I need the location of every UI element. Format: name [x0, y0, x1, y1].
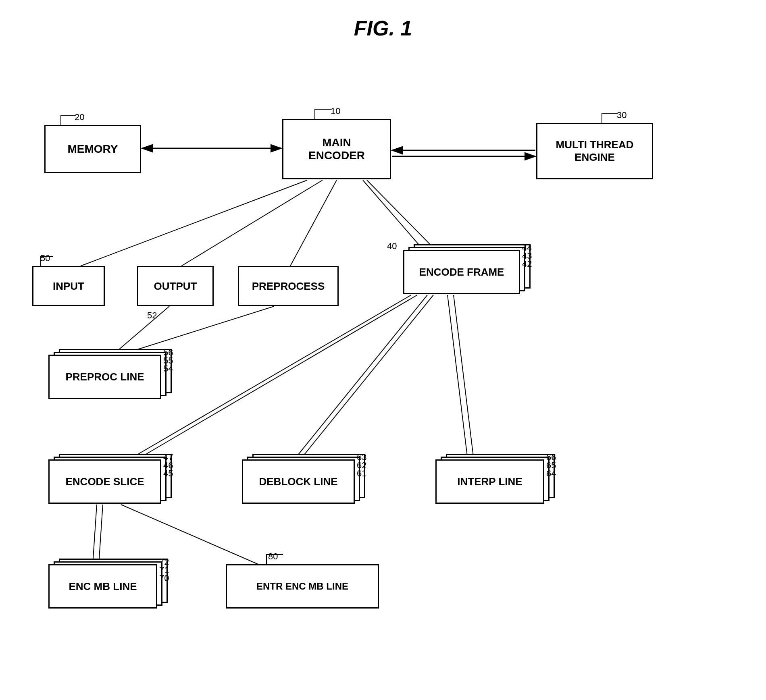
- ref-40: 40: [387, 241, 397, 251]
- svg-line-14: [294, 295, 427, 459]
- preproc-line-box: PREPROC LINE: [48, 355, 161, 399]
- preprocess-label: PREPROCESS: [252, 280, 325, 293]
- svg-line-17: [454, 295, 474, 459]
- preprocess-box: PREPROCESS: [238, 266, 339, 306]
- interp-line-box: INTERP LINE: [435, 459, 544, 504]
- ref-10: 10: [331, 106, 340, 116]
- deblock-line-box: DEBLOCK LINE: [242, 459, 355, 504]
- ref-42: 42: [522, 259, 532, 269]
- ref-50: 50: [40, 253, 50, 264]
- ref-52: 52: [147, 310, 157, 321]
- ref-54: 54: [163, 364, 173, 374]
- svg-line-6: [181, 180, 323, 266]
- input-box: INPUT: [32, 266, 105, 306]
- memory-label: MEMORY: [68, 143, 118, 156]
- entr-enc-mb-box: ENTR ENC MB LINE: [226, 564, 379, 609]
- encode-frame-box: ENCODE FRAME: [403, 250, 520, 294]
- encode-slice-label: ENCODE SLICE: [65, 476, 144, 488]
- ref-70: 70: [159, 573, 169, 584]
- diagram: MEMORY 20 MAIN ENCODER 10 MULTI THREAD E…: [0, 52, 766, 700]
- preproc-line-label: PREPROC LINE: [65, 371, 144, 383]
- encode-frame-label: ENCODE FRAME: [419, 266, 504, 278]
- entr-enc-mb-label: ENTR ENC MB LINE: [256, 581, 348, 592]
- output-label: OUTPUT: [154, 280, 197, 293]
- svg-line-8: [363, 180, 423, 250]
- svg-line-7: [290, 180, 337, 266]
- ref-20: 20: [75, 112, 84, 123]
- page-title: FIG. 1: [0, 0, 766, 52]
- multi-thread-box: MULTI THREAD ENGINE: [536, 123, 653, 179]
- svg-line-15: [300, 295, 433, 459]
- enc-mb-line-box: ENC MB LINE: [48, 564, 157, 609]
- output-box: OUTPUT: [137, 266, 214, 306]
- encode-slice-box: ENCODE SLICE: [48, 459, 161, 504]
- svg-line-16: [448, 295, 468, 459]
- input-label: INPUT: [53, 280, 84, 293]
- main-encoder-box: MAIN ENCODER: [282, 119, 391, 179]
- svg-line-13: [137, 295, 417, 459]
- memory-box: MEMORY: [44, 125, 141, 173]
- svg-line-10: [121, 306, 274, 355]
- ref-30: 30: [617, 110, 627, 120]
- svg-line-11: [113, 306, 169, 355]
- deblock-line-label: DEBLOCK LINE: [259, 476, 338, 488]
- enc-mb-line-label: ENC MB LINE: [69, 580, 137, 593]
- ref-64: 64: [546, 468, 556, 479]
- svg-line-9: [367, 180, 435, 250]
- ref-61: 61: [357, 468, 366, 479]
- ref-80: 80: [268, 551, 278, 562]
- svg-line-19: [99, 505, 103, 564]
- multi-thread-label: MULTI THREAD ENGINE: [556, 139, 633, 164]
- svg-line-18: [93, 505, 97, 564]
- ref-45: 45: [163, 468, 173, 479]
- svg-line-5: [81, 180, 307, 266]
- svg-line-20: [121, 505, 258, 564]
- main-encoder-label: MAIN ENCODER: [308, 136, 365, 162]
- interp-line-label: INTERP LINE: [457, 476, 522, 488]
